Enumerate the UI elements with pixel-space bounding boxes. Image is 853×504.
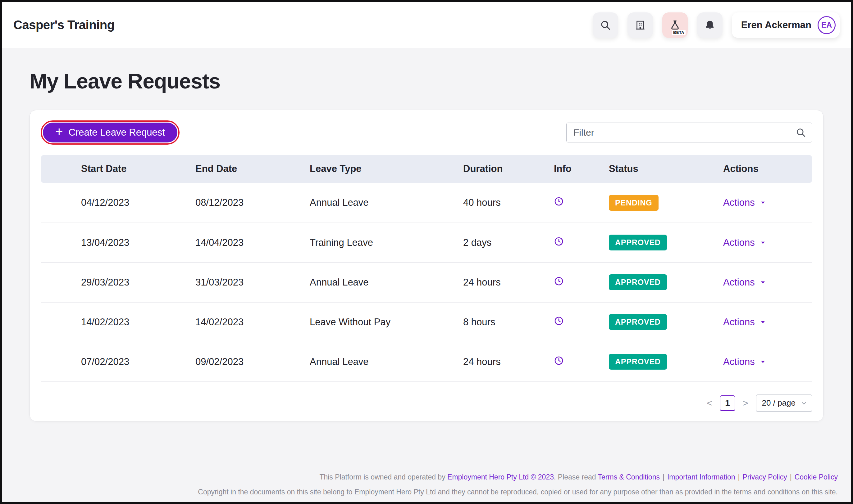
column-header-end-date: End Date	[155, 155, 269, 183]
current-page[interactable]: 1	[720, 395, 735, 411]
filter-input[interactable]	[566, 123, 812, 142]
table-row: 29/03/2023 31/03/2023 Annual Leave 24 ho…	[41, 263, 812, 302]
clock-icon[interactable]	[554, 236, 564, 247]
status-badge: PENDING	[609, 195, 659, 211]
status-badge: APPROVED	[609, 314, 667, 330]
column-header-status: Status	[569, 155, 683, 183]
clock-icon[interactable]	[554, 276, 564, 286]
cookie-policy-link[interactable]: Cookie Policy	[795, 473, 838, 481]
cell-leave-type: Annual Leave	[269, 183, 423, 223]
terms-conditions-link[interactable]: Terms & Conditions	[598, 473, 660, 481]
clock-icon[interactable]	[554, 196, 564, 206]
cell-leave-type: Annual Leave	[269, 263, 423, 302]
caret-down-icon	[760, 358, 766, 365]
clock-icon[interactable]	[554, 356, 564, 365]
caret-down-icon	[760, 279, 766, 286]
cell-actions: Actions	[683, 183, 812, 223]
footer-text: . Please read	[554, 473, 598, 481]
actions-label: Actions	[723, 197, 755, 208]
search-icon	[796, 127, 806, 138]
filter-box	[566, 123, 812, 142]
cell-leave-type: Training Leave	[269, 223, 423, 263]
beta-features-button[interactable]: BETA	[662, 13, 688, 38]
actions-dropdown[interactable]: Actions	[723, 317, 766, 328]
cell-actions: Actions	[683, 263, 812, 302]
important-information-link[interactable]: Important Information	[667, 473, 735, 481]
column-header-info: Info	[513, 155, 569, 183]
beta-badge: BETA	[672, 30, 685, 35]
table-row: 14/02/2023 14/02/2023 Leave Without Pay …	[41, 302, 812, 342]
create-leave-request-button[interactable]: + Create Leave Request	[43, 123, 177, 142]
cell-info	[513, 223, 569, 263]
user-name: Eren Ackerman	[741, 20, 812, 31]
cell-end-date: 14/04/2023	[155, 223, 269, 263]
clock-icon[interactable]	[554, 316, 564, 326]
cell-end-date: 31/03/2023	[155, 263, 269, 302]
search-button[interactable]	[593, 13, 618, 38]
leave-requests-table: Start Date End Date Leave Type Duration …	[41, 155, 812, 382]
cell-start-date: 13/04/2023	[41, 223, 155, 263]
footer: This Platform is owned and operated by E…	[15, 473, 838, 497]
caret-down-icon	[760, 319, 766, 326]
cell-start-date: 07/02/2023	[41, 342, 155, 382]
cell-actions: Actions	[683, 302, 812, 342]
status-badge: APPROVED	[609, 274, 667, 290]
user-menu[interactable]: Eren Ackerman EA	[732, 13, 840, 38]
flask-icon	[669, 20, 681, 31]
next-page-button[interactable]: >	[743, 398, 748, 408]
column-header-actions: Actions	[683, 155, 812, 183]
cell-info	[513, 342, 569, 382]
main-content: My Leave Requests + Create Leave Request	[2, 70, 851, 421]
cell-start-date: 04/12/2023	[41, 183, 155, 223]
page-size-value: 20 / page	[762, 398, 796, 408]
app-title: Casper's Training	[13, 18, 115, 32]
actions-dropdown[interactable]: Actions	[723, 356, 766, 367]
separator: |	[738, 473, 740, 481]
page-size-select[interactable]: 20 / page	[756, 394, 812, 412]
actions-label: Actions	[723, 317, 755, 328]
plus-icon: +	[55, 125, 63, 139]
actions-label: Actions	[723, 237, 755, 248]
status-badge: APPROVED	[609, 354, 667, 370]
cell-status: APPROVED	[569, 263, 683, 302]
cell-duration: 24 hours	[423, 263, 513, 302]
cell-duration: 2 days	[423, 223, 513, 263]
company-button[interactable]	[627, 13, 653, 38]
cell-actions: Actions	[683, 342, 812, 382]
separator: |	[663, 473, 664, 481]
create-leave-request-label: Create Leave Request	[69, 127, 165, 138]
employment-hero-link[interactable]: Employment Hero Pty Ltd © 2023	[447, 473, 554, 481]
actions-dropdown[interactable]: Actions	[723, 197, 766, 208]
building-icon	[634, 20, 646, 31]
footer-line1: This Platform is owned and operated by E…	[15, 473, 838, 482]
chevron-down-icon	[801, 400, 807, 407]
privacy-policy-link[interactable]: Privacy Policy	[743, 473, 787, 481]
cell-status: APPROVED	[569, 302, 683, 342]
table-header-row: Start Date End Date Leave Type Duration …	[41, 155, 812, 183]
top-bar: Casper's Training BETA	[2, 2, 851, 48]
cell-status: APPROVED	[569, 342, 683, 382]
card-toolbar: + Create Leave Request	[41, 121, 812, 145]
cell-status: PENDING	[569, 183, 683, 223]
footer-text: This Platform is owned and operated by	[319, 473, 447, 481]
actions-label: Actions	[723, 356, 755, 367]
cell-duration: 40 hours	[423, 183, 513, 223]
notifications-button[interactable]	[697, 13, 723, 38]
column-header-duration: Duration	[423, 155, 513, 183]
cell-duration: 24 hours	[423, 342, 513, 382]
cell-leave-type: Annual Leave	[269, 342, 423, 382]
actions-dropdown[interactable]: Actions	[723, 237, 766, 248]
cell-info	[513, 302, 569, 342]
table-row: 07/02/2023 09/02/2023 Annual Leave 24 ho…	[41, 342, 812, 382]
cell-end-date: 08/12/2023	[155, 183, 269, 223]
separator: |	[790, 473, 792, 481]
actions-dropdown[interactable]: Actions	[723, 277, 766, 288]
page-title: My Leave Requests	[30, 70, 823, 93]
top-bar-actions: BETA Eren Ackerman EA	[593, 13, 840, 38]
prev-page-button[interactable]: <	[707, 398, 713, 408]
cell-status: APPROVED	[569, 223, 683, 263]
cell-end-date: 14/02/2023	[155, 302, 269, 342]
table-row: 13/04/2023 14/04/2023 Training Leave 2 d…	[41, 223, 812, 263]
cell-info	[513, 263, 569, 302]
pagination: < 1 > 20 / page	[41, 394, 812, 412]
